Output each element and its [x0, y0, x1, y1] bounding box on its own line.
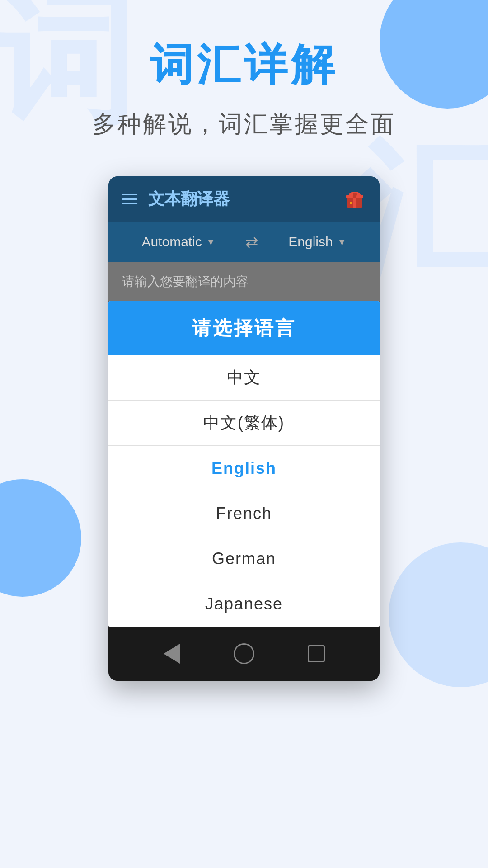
- app-toolbar: 文本翻译器: [108, 176, 380, 222]
- dialog-item-label: German: [212, 549, 276, 568]
- dialog-list-item[interactable]: English: [108, 446, 380, 491]
- target-lang-chevron-icon: ▼: [338, 237, 347, 247]
- nav-recents-button[interactable]: [303, 640, 330, 667]
- nav-bar: [108, 627, 380, 681]
- dialog-header: 请选择语言: [108, 301, 380, 355]
- text-input-area[interactable]: 请输入您要翻译的内容: [108, 262, 380, 301]
- back-icon: [164, 644, 180, 664]
- dialog-list-item[interactable]: 中文(繁体): [108, 401, 380, 446]
- nav-back-button[interactable]: [158, 640, 185, 667]
- phone-mockup: 文本翻译器: [108, 176, 380, 681]
- source-lang-label: Automatic: [141, 234, 202, 250]
- target-lang-button[interactable]: English ▼: [288, 234, 346, 250]
- nav-home-button[interactable]: [230, 640, 258, 667]
- dialog-list: 中文中文(繁体)EnglishFrenchGermanJapanese: [108, 355, 380, 627]
- dialog-item-label: Japanese: [205, 594, 283, 613]
- dialog-list-item[interactable]: French: [108, 491, 380, 536]
- hero-title: 词汇详解: [150, 36, 338, 95]
- lang-selector-bar: Automatic ▼ ⇄ English ▼: [108, 222, 380, 262]
- input-placeholder: 请输入您要翻译的内容: [122, 274, 249, 288]
- dialog-item-label: English: [211, 459, 277, 478]
- source-lang-button[interactable]: Automatic ▼: [141, 234, 215, 250]
- dialog-list-item[interactable]: German: [108, 536, 380, 581]
- dialog-item-label: French: [216, 504, 272, 523]
- dialog-list-item[interactable]: Japanese: [108, 581, 380, 627]
- menu-icon[interactable]: [122, 194, 137, 204]
- recents-icon: [308, 645, 325, 662]
- gift-icon[interactable]: [343, 188, 366, 210]
- toolbar-title: 文本翻译器: [148, 188, 230, 210]
- svg-point-7: [350, 202, 352, 204]
- dialog-list-item[interactable]: 中文: [108, 355, 380, 401]
- svg-rect-1: [353, 198, 356, 208]
- hero-subtitle: 多种解说，词汇掌握更全面: [92, 108, 396, 140]
- svg-point-6: [353, 193, 357, 196]
- dialog-item-label: 中文(繁体): [203, 412, 285, 434]
- language-dialog: 请选择语言 中文中文(繁体)EnglishFrenchGermanJapanes…: [108, 301, 380, 627]
- source-lang-chevron-icon: ▼: [206, 237, 216, 247]
- home-icon: [234, 643, 254, 664]
- swap-icon[interactable]: ⇄: [245, 233, 258, 251]
- dialog-item-label: 中文: [227, 367, 261, 389]
- dialog-title: 请选择语言: [192, 317, 296, 339]
- target-lang-label: English: [288, 234, 333, 250]
